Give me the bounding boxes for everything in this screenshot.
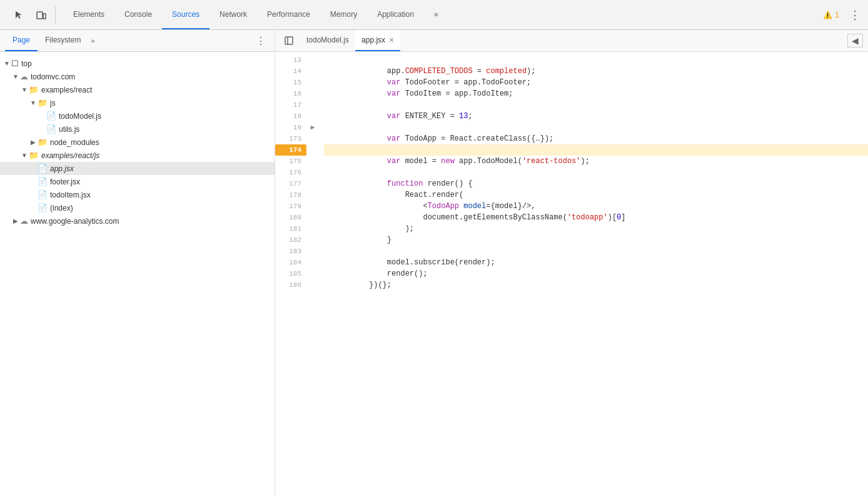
arrow-181 bbox=[306, 223, 319, 234]
left-panel: Page Filesystem » ⋮ ☐ top bbox=[0, 30, 275, 495]
arrow-176 bbox=[306, 167, 319, 178]
code-line-182 bbox=[324, 234, 868, 246]
folder-icon-node-modules: 📁 bbox=[38, 138, 48, 147]
tree-item-utils[interactable]: 📄 utils.js bbox=[0, 122, 275, 136]
close-appjsx-btn[interactable]: × bbox=[389, 36, 394, 44]
ln-14: 14 bbox=[275, 66, 306, 77]
top-tab-bar: Elements Console Sources Network Perform… bbox=[0, 0, 868, 30]
tab-sources[interactable]: Sources bbox=[162, 0, 209, 29]
editor-tab-bar: todoModel.js app.jsx × ◀ bbox=[275, 30, 868, 52]
ln-180: 180 bbox=[275, 212, 306, 223]
ln-177: 177 bbox=[275, 178, 306, 189]
file-icon-todoitem-jsx: 📄 bbox=[38, 190, 48, 199]
arrow-179 bbox=[306, 201, 319, 212]
collapse-panel-btn[interactable]: ◀ bbox=[847, 34, 863, 48]
arrow-178 bbox=[306, 189, 319, 201]
tree-item-footer-jsx[interactable]: 📄 footer.jsx bbox=[0, 175, 275, 188]
tree-item-todoitem-jsx[interactable]: 📄 todoItem.jsx bbox=[0, 188, 275, 201]
ln-183: 183 bbox=[275, 246, 306, 257]
cursor-icon[interactable] bbox=[8, 4, 30, 26]
editor-tab-appjsx[interactable]: app.jsx × bbox=[355, 30, 400, 51]
label-google-analytics: www.google-analytics.com bbox=[31, 217, 119, 226]
folder-icon-examples-react-js: 📁 bbox=[29, 151, 39, 160]
editor-tab-todomodel[interactable]: todoModel.js bbox=[300, 30, 355, 51]
ln-173: 173 bbox=[275, 133, 306, 144]
ln-18: 18 bbox=[275, 111, 306, 122]
label-utils: utils.js bbox=[59, 125, 79, 134]
tab-memory[interactable]: Memory bbox=[320, 0, 367, 29]
arrow-17 bbox=[306, 99, 319, 111]
tree-item-js[interactable]: 📁 js bbox=[0, 96, 275, 109]
code-line-183: model.subscribe(render); bbox=[324, 246, 868, 257]
tab-console[interactable]: Console bbox=[114, 0, 162, 29]
arrow-js[interactable] bbox=[29, 99, 38, 106]
sidebar-toggle-btn[interactable] bbox=[280, 32, 298, 49]
arrow-todomvc[interactable] bbox=[11, 73, 20, 80]
arrow-column: ▶ bbox=[306, 52, 319, 495]
ln-15: 15 bbox=[275, 77, 306, 88]
right-panel: todoModel.js app.jsx × ◀ 13 14 15 16 17 … bbox=[275, 30, 868, 495]
label-todomodel: todoModel.js bbox=[59, 112, 101, 121]
tree-item-top[interactable]: ☐ top bbox=[0, 57, 275, 70]
arrow-examples-react-js[interactable] bbox=[20, 152, 29, 159]
arrow-top[interactable] bbox=[3, 60, 11, 67]
ln-186: 186 bbox=[275, 279, 306, 291]
more-menu-btn[interactable]: ⋮ bbox=[844, 6, 865, 24]
arrow-18 bbox=[306, 111, 319, 122]
arrow-13 bbox=[306, 54, 319, 66]
second-tab-more[interactable]: » bbox=[91, 37, 94, 44]
arrow-19[interactable]: ▶ bbox=[306, 122, 319, 133]
second-tab-bar: Page Filesystem » ⋮ bbox=[0, 30, 275, 52]
tree-item-app-jsx[interactable]: 📄 app.jsx bbox=[0, 162, 275, 175]
tree-item-examples-react[interactable]: 📁 examples/react bbox=[0, 83, 275, 96]
tab-elements[interactable]: Elements bbox=[63, 0, 114, 29]
arrow-175 bbox=[306, 156, 319, 167]
folder-icon-js: 📁 bbox=[38, 98, 48, 108]
code-editor[interactable]: 13 14 15 16 17 18 19 173 174 175 176 177… bbox=[275, 52, 868, 495]
ln-175: 175 bbox=[275, 156, 306, 167]
arrow-node-modules[interactable] bbox=[29, 139, 38, 146]
warning-badge[interactable]: ⚠️ 1 bbox=[823, 11, 839, 19]
folder-icon-examples-react: 📁 bbox=[29, 85, 39, 94]
ln-13: 13 bbox=[275, 54, 306, 66]
arrow-177 bbox=[306, 178, 319, 189]
arrow-google-analytics[interactable] bbox=[11, 218, 20, 224]
arrow-16 bbox=[306, 88, 319, 99]
arrow-184 bbox=[306, 257, 319, 268]
file-icon-utils: 📄 bbox=[46, 124, 56, 134]
tree-item-google-analytics[interactable]: ☁ www.google-analytics.com bbox=[0, 214, 275, 228]
line-numbers: 13 14 15 16 17 18 19 173 174 175 176 177… bbox=[275, 52, 306, 495]
tab-page[interactable]: Page bbox=[5, 30, 38, 51]
editor-tabs-right: ◀ bbox=[847, 34, 863, 48]
ln-184: 184 bbox=[275, 257, 306, 268]
label-footer-jsx: footer.jsx bbox=[50, 178, 80, 186]
tree-item-todomodel[interactable]: 📄 todoModel.js bbox=[0, 109, 275, 122]
ln-182: 182 bbox=[275, 234, 306, 246]
tree-item-examples-react-js[interactable]: 📁 examples/react/js bbox=[0, 149, 275, 162]
device-icon[interactable] bbox=[30, 4, 53, 26]
arrow-examples-react[interactable] bbox=[20, 86, 29, 93]
arrow-173 bbox=[306, 133, 319, 144]
panel-menu-btn[interactable]: ⋮ bbox=[252, 34, 270, 48]
tab-performance[interactable]: Performance bbox=[257, 0, 320, 29]
ln-178: 178 bbox=[275, 189, 306, 201]
svg-rect-2 bbox=[285, 37, 293, 44]
tab-more[interactable]: » bbox=[424, 0, 448, 29]
arrow-174 bbox=[306, 144, 319, 156]
cloud-icon-google-analytics: ☁ bbox=[20, 216, 28, 226]
ln-179: 179 bbox=[275, 201, 306, 212]
code-line-17: var ENTER_KEY = 13; bbox=[324, 99, 868, 111]
tree-item-node-modules[interactable]: 📁 node_modules bbox=[0, 136, 275, 149]
arrow-15 bbox=[306, 77, 319, 88]
code-line-19: var TodoApp = React.createClass({…}); bbox=[324, 122, 868, 133]
tree-item-index[interactable]: 📄 (index) bbox=[0, 201, 275, 214]
arrow-182 bbox=[306, 234, 319, 246]
tab-filesystem[interactable]: Filesystem bbox=[38, 30, 88, 51]
tab-application[interactable]: Application bbox=[367, 0, 424, 29]
code-lines[interactable]: app.COMPLETED_TODOS = completed); var To… bbox=[319, 52, 868, 495]
ln-181: 181 bbox=[275, 223, 306, 234]
ln-176: 176 bbox=[275, 167, 306, 178]
tree-item-todomvc[interactable]: ☁ todomvc.com bbox=[0, 70, 275, 83]
tab-network[interactable]: Network bbox=[209, 0, 257, 29]
file-icon-app-jsx: 📄 bbox=[38, 164, 48, 173]
